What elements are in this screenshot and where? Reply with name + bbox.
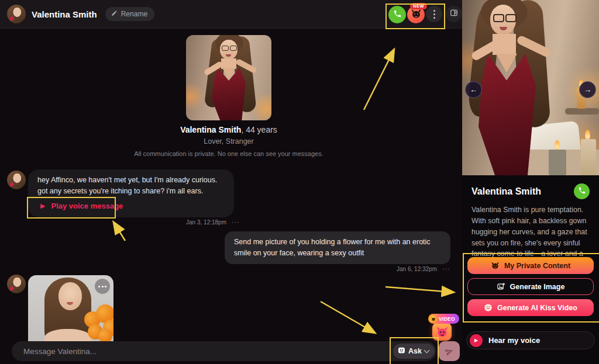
hear-voice-label: Hear my voice	[488, 336, 540, 345]
carousel-next-button[interactable]: →	[579, 81, 596, 98]
sidebar-toggle-icon	[450, 9, 458, 19]
outgoing-message-bubble: Send me picture of you holding a flower …	[225, 231, 450, 264]
avatar[interactable]	[7, 275, 26, 293]
incoming-message-text: hey Affinco, we haven't met yet, but I'm…	[37, 175, 225, 197]
incoming-timestamp: Jan 3, 12:18pm	[186, 219, 226, 226]
chevron-down-icon	[424, 348, 429, 353]
kiss-video-label: Generate AI Kiss Video	[497, 304, 577, 312]
composer-bar: Ask	[12, 341, 436, 361]
chat-menu-button[interactable]	[426, 6, 442, 22]
rename-label: Rename	[121, 10, 147, 18]
hear-my-voice-button[interactable]: ▶ Hear my voice	[466, 331, 595, 349]
play-icon: ▶	[470, 334, 483, 347]
intro-age: , 44 years	[241, 125, 277, 134]
character-info: Valentina Smith Valentina Smith is pure …	[462, 175, 599, 271]
generate-image-button[interactable]: Generate Image	[467, 278, 594, 295]
intro-roles: Lover, Stranger	[0, 137, 457, 145]
rename-button[interactable]: Rename	[105, 7, 154, 21]
play-icon: ▶	[40, 203, 45, 209]
character-intro-photo[interactable]	[186, 35, 271, 120]
devil-icon	[411, 8, 422, 22]
avatar[interactable]	[7, 5, 26, 23]
ask-bot-icon	[398, 346, 405, 356]
my-private-content-button[interactable]: My Private Content	[467, 257, 594, 274]
arrow-left-icon: ←	[470, 85, 477, 94]
ask-mode-button[interactable]: Ask	[393, 344, 435, 359]
message-input[interactable]	[15, 341, 351, 361]
privacy-note: All communication is private. No one els…	[123, 150, 334, 159]
devil-icon	[491, 261, 500, 270]
message-menu-dots[interactable]: ···	[232, 219, 240, 226]
devil-icon	[436, 325, 449, 338]
call-button[interactable]	[574, 183, 590, 199]
outgoing-timestamp: Jan 6, 12:32pm	[397, 266, 437, 272]
image-menu-button[interactable]	[95, 279, 110, 294]
phone-icon	[393, 9, 402, 20]
image-plus-icon	[497, 282, 505, 291]
video-devil-sticker[interactable]	[432, 323, 452, 341]
avatar[interactable]	[7, 171, 26, 189]
private-content-label: My Private Content	[504, 262, 570, 270]
devil-icon	[430, 316, 437, 323]
video-badge-label: VIDEO	[439, 316, 455, 322]
outgoing-message-text: Send me picture of you holding a flower …	[234, 237, 441, 259]
carousel-prev-button[interactable]: ←	[465, 81, 482, 98]
play-voice-message-button[interactable]: ▶ Play voice message	[37, 200, 225, 212]
pencil-icon	[111, 10, 118, 18]
outgoing-message-meta: Jan 6, 12:32pm ···	[240, 265, 450, 272]
message-menu-dots[interactable]: ···	[442, 265, 450, 272]
send-button[interactable]	[439, 341, 460, 361]
intro-name-line: Valentina Smith, 44 years	[0, 125, 457, 134]
incoming-message-bubble: hey Affinco, we haven't met yet, but I'm…	[28, 169, 234, 217]
generate-image-label: Generate Image	[510, 283, 565, 291]
voice-call-button[interactable]	[388, 6, 406, 23]
phone-icon	[578, 186, 586, 197]
play-voice-label: Play voice message	[51, 200, 123, 212]
character-photo: ← →	[462, 0, 599, 175]
kiss-face-icon	[484, 303, 493, 312]
incoming-message-meta: Jan 3, 12:18pm ···	[28, 219, 240, 226]
ask-label: Ask	[408, 347, 422, 355]
character-name: Valentina Smith	[471, 186, 541, 197]
generated-image-message[interactable]	[28, 275, 113, 341]
new-badge: NEW	[410, 3, 427, 9]
chat-title: Valentina Smith	[32, 9, 97, 19]
panel-toggle-button[interactable]	[446, 6, 462, 22]
send-icon	[445, 346, 455, 356]
generate-kiss-video-button[interactable]: Generate AI Kiss Video	[467, 299, 594, 316]
intro-name: Valentina Smith	[180, 125, 241, 134]
arrow-right-icon: →	[584, 85, 591, 94]
video-promo-badge[interactable]: VIDEO	[428, 314, 459, 324]
